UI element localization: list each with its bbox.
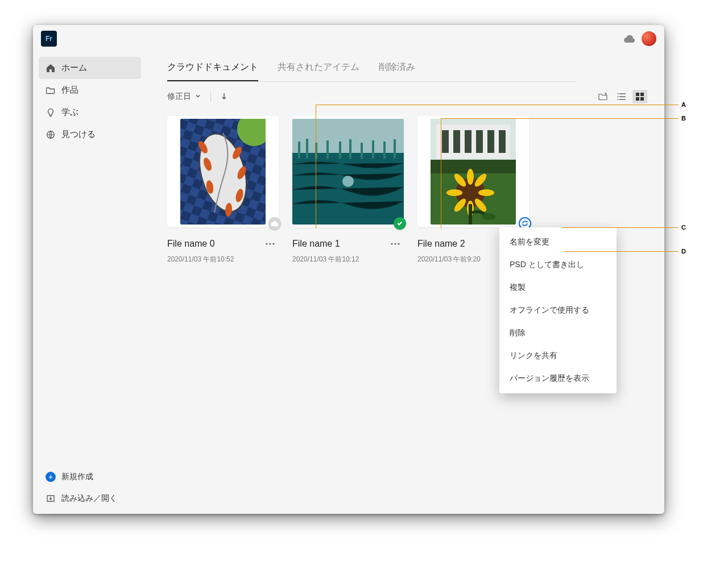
svg-rect-42	[442, 130, 449, 153]
callout-label-a: A	[681, 101, 686, 108]
list-view-button[interactable]	[614, 90, 629, 103]
new-button[interactable]: + 新規作成	[39, 466, 141, 488]
sidebar-item-home[interactable]: ホーム	[39, 57, 141, 79]
svg-rect-26	[298, 142, 300, 159]
app-logo: Fr	[41, 31, 57, 47]
svg-point-51	[467, 169, 474, 185]
callout-label-b: B	[681, 115, 686, 122]
menu-delete[interactable]: 削除	[499, 322, 617, 344]
menu-rename[interactable]: 名前を変更	[499, 231, 617, 254]
sidebar: ホーム 作品 学ぶ 見つける +	[33, 52, 147, 514]
timestamp: 2020/11/03 午前10:52	[167, 255, 279, 264]
app-window: Fr ホーム 作品 学ぶ	[33, 25, 664, 514]
svg-rect-7	[640, 97, 644, 101]
tab-deleted[interactable]: 削除済み	[379, 56, 415, 81]
callout-label-d: D	[681, 248, 686, 255]
folder-icon	[46, 85, 56, 95]
more-button[interactable]	[262, 235, 279, 252]
cloud-icon[interactable]	[623, 32, 636, 45]
home-icon	[46, 63, 56, 73]
menu-export-psd[interactable]: PSD として書き出し	[499, 254, 617, 276]
lightbulb-icon	[46, 107, 56, 118]
menu-share-link[interactable]: リンクを共有	[499, 344, 617, 367]
svg-rect-24	[292, 119, 404, 153]
cloud-status-icon	[268, 217, 281, 230]
chevron-down-icon	[195, 92, 201, 101]
callout-line	[441, 118, 441, 228]
file-name: File name 0	[167, 239, 215, 249]
file-card[interactable]: File name 0 2020/11/03 午前10:52	[167, 116, 279, 264]
sidebar-item-label: ホーム	[61, 63, 87, 73]
import-icon	[46, 493, 56, 504]
plus-icon: +	[46, 472, 56, 482]
sidebar-item-label: 学ぶ	[61, 107, 78, 118]
svg-point-38	[394, 243, 396, 244]
menu-version-history[interactable]: バージョン履歴を表示	[499, 367, 617, 390]
svg-point-21	[266, 243, 267, 244]
toolbar: 修正日	[167, 90, 647, 103]
svg-point-2	[618, 96, 619, 97]
sidebar-item-label: 作品	[61, 85, 78, 95]
import-button[interactable]: 読み込み／開く	[39, 488, 141, 509]
svg-point-37	[391, 243, 392, 244]
new-label: 新規作成	[61, 472, 93, 482]
context-menu: 名前を変更 PSD として書き出し 複製 オフラインで使用する 削除 リンクを共…	[499, 227, 617, 393]
svg-point-23	[272, 243, 274, 244]
callout-line	[564, 251, 679, 252]
tab-shared[interactable]: 共有されたアイテム	[278, 56, 359, 81]
menu-offline[interactable]: オフラインで使用する	[499, 299, 617, 322]
svg-point-3	[618, 99, 619, 100]
sidebar-item-learn[interactable]: 学ぶ	[39, 101, 141, 123]
check-status-icon	[394, 217, 406, 230]
svg-rect-59	[469, 204, 472, 225]
callout-line	[316, 105, 316, 228]
svg-rect-34	[383, 142, 386, 159]
tab-cloud-docs[interactable]: クラウドドキュメント	[167, 56, 258, 81]
svg-rect-44	[465, 130, 471, 153]
svg-rect-29	[326, 140, 329, 159]
sidebar-item-works[interactable]: 作品	[39, 79, 141, 101]
svg-point-53	[478, 189, 494, 196]
svg-rect-33	[372, 140, 374, 159]
avatar[interactable]	[642, 31, 656, 46]
callout-line	[562, 227, 679, 228]
svg-rect-49	[431, 160, 516, 173]
svg-rect-43	[453, 130, 460, 153]
callout-line	[316, 105, 679, 105]
sort-dropdown[interactable]: 修正日	[167, 92, 201, 102]
svg-point-22	[269, 243, 271, 244]
thumbnail	[417, 116, 529, 227]
svg-point-39	[398, 243, 399, 244]
new-folder-button[interactable]	[596, 90, 611, 103]
timestamp: 2020/11/03 午前10:12	[292, 255, 404, 264]
svg-rect-4	[636, 93, 639, 96]
import-label: 読み込み／開く	[61, 493, 117, 504]
svg-rect-35	[394, 139, 396, 159]
callout-line	[441, 118, 679, 119]
svg-rect-5	[640, 93, 644, 96]
thumbnail	[292, 116, 404, 227]
sidebar-item-label: 見つける	[61, 129, 96, 140]
more-button[interactable]	[387, 235, 404, 252]
svg-point-1	[618, 93, 619, 94]
file-card[interactable]: File name 1 2020/11/03 午前10:12	[292, 116, 404, 264]
svg-point-36	[342, 176, 354, 187]
file-name: File name 2	[417, 239, 465, 249]
svg-rect-27	[306, 139, 308, 159]
svg-rect-47	[499, 130, 506, 153]
callout-label-c: C	[681, 224, 686, 231]
svg-point-57	[446, 189, 462, 196]
svg-point-60	[482, 213, 495, 220]
sort-label-text: 修正日	[167, 92, 191, 102]
menu-duplicate[interactable]: 複製	[499, 276, 617, 299]
svg-rect-45	[476, 130, 483, 153]
tabs: クラウドドキュメント 共有されたアイテム 削除済み	[167, 56, 577, 82]
thumbnail	[167, 116, 279, 227]
titlebar: Fr	[33, 25, 664, 52]
svg-rect-30	[339, 142, 341, 159]
svg-rect-31	[349, 139, 351, 159]
sort-direction-button[interactable]	[220, 92, 228, 102]
sidebar-item-discover[interactable]: 見つける	[39, 123, 141, 146]
file-name: File name 1	[292, 239, 340, 249]
grid-view-button[interactable]	[632, 90, 647, 103]
